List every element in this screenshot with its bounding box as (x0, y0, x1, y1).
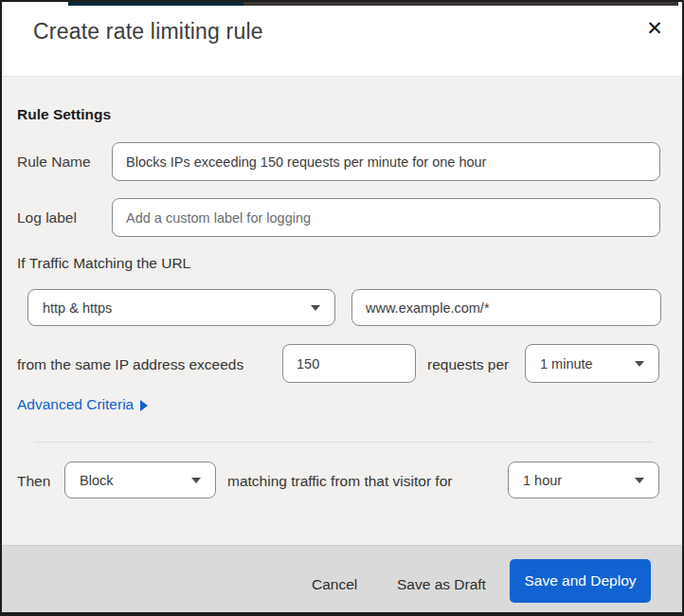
duration-select[interactable]: 1 hour (508, 462, 659, 498)
caret-down-icon (191, 478, 201, 483)
advanced-criteria-link[interactable]: Advanced Criteria (17, 396, 148, 413)
create-rate-limiting-rule-dialog: Create rate limiting rule ✕ Rule Setting… (0, 0, 684, 616)
rule-settings-heading: Rule Settings (17, 106, 111, 123)
log-label-label: Log label (17, 209, 77, 226)
background-page-navy-bar (68, 2, 243, 6)
dialog-title: Create rate limiting rule (33, 19, 263, 45)
duration-select-value: 1 hour (523, 473, 562, 488)
advanced-criteria-label: Advanced Criteria (17, 396, 134, 413)
save-and-deploy-button[interactable]: Save and Deploy (510, 559, 651, 603)
rule-name-input[interactable] (112, 142, 660, 181)
scheme-select[interactable]: http & https (27, 289, 335, 326)
period-select-value: 1 minute (540, 356, 593, 371)
cancel-button[interactable]: Cancel (302, 571, 367, 599)
rule-name-label: Rule Name (17, 154, 91, 171)
url-pattern-input[interactable] (351, 289, 661, 326)
action-middle-text: matching traffic from that visitor for (227, 473, 452, 490)
arrow-right-icon (140, 400, 148, 411)
caret-down-icon (635, 361, 644, 367)
action-select-value: Block (80, 473, 113, 488)
period-select[interactable]: 1 minute (525, 344, 659, 383)
close-button[interactable]: ✕ (639, 11, 671, 44)
request-count-input[interactable] (282, 344, 416, 383)
caret-down-icon (635, 478, 644, 483)
then-label: Then (17, 473, 50, 490)
threshold-prefix-text: from the same IP address exceeds (17, 356, 243, 373)
close-icon: ✕ (646, 18, 663, 38)
scheme-select-value: http & https (43, 300, 112, 316)
traffic-match-heading: If Traffic Matching the URL (17, 255, 190, 272)
section-divider (34, 442, 654, 443)
save-as-draft-button[interactable]: Save as Draft (387, 571, 495, 599)
log-label-input[interactable] (112, 198, 660, 237)
threshold-unit-text: requests per (427, 356, 509, 373)
background-page-gray-bar (243, 2, 678, 6)
action-select[interactable]: Block (64, 462, 216, 498)
caret-down-icon (311, 305, 320, 311)
